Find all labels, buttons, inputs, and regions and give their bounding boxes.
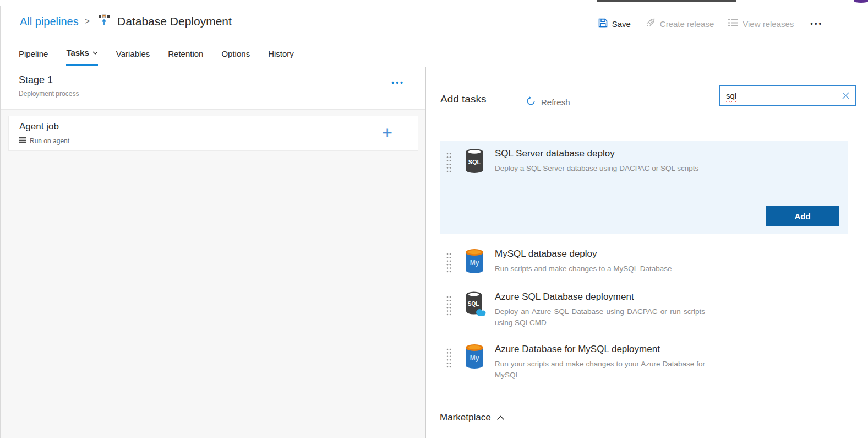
task-description: Run scripts and make changes to a MySQL … <box>495 263 705 274</box>
view-releases-label: View releases <box>743 19 794 29</box>
task-name: Azure Database for MySQL deployment <box>495 344 705 355</box>
task-description: Deploy an Azure SQL Database using DACPA… <box>495 306 705 328</box>
breadcrumb: All pipelines > Database Deployment <box>20 14 232 29</box>
more-actions-button[interactable]: ••• <box>810 20 823 28</box>
stage-panel: Stage 1 Deployment process ••• Agent job <box>1 67 426 438</box>
sql-server-icon: SQL <box>464 148 486 176</box>
tab-history[interactable]: History <box>268 48 294 66</box>
marketplace-divider <box>515 418 830 418</box>
task-row-mysql-database-deploy[interactable]: My MySQL database deploy Run scripts and… <box>440 241 848 283</box>
refresh-icon <box>526 96 536 109</box>
add-tasks-title: Add tasks <box>440 93 486 105</box>
avatar <box>854 0 868 3</box>
task-row-azure-sql-database-deployment[interactable]: SQL Azure SQL Database deployment Deploy… <box>440 284 848 336</box>
refresh-label: Refresh <box>541 98 570 107</box>
svg-text:My: My <box>470 259 479 267</box>
tab-pipeline[interactable]: Pipeline <box>19 48 48 66</box>
task-row-sql-server-database-deploy[interactable]: SQL SQL Server database deploy Deploy a … <box>440 141 848 234</box>
task-row-azure-database-for-mysql-deployment[interactable]: My Azure Database for MySQL deployment R… <box>440 337 848 388</box>
browser-top-strip <box>0 0 868 6</box>
title-divider <box>514 91 514 109</box>
page-title: Database Deployment <box>117 15 232 28</box>
create-release-label: Create release <box>660 19 714 29</box>
release-pipeline-icon <box>98 14 110 29</box>
mysql-icon: My <box>464 248 486 276</box>
chevron-up-icon <box>496 415 505 420</box>
header-toolbar: Save Create release View releases ••• <box>598 18 823 30</box>
pipeline-tabs: Pipeline Tasks Variables Retention Optio… <box>19 48 294 66</box>
save-icon <box>598 18 608 29</box>
task-description: Deploy a SQL Server database using DACPA… <box>495 163 705 174</box>
task-name: MySQL database deploy <box>495 248 705 259</box>
save-button[interactable]: Save <box>598 18 631 29</box>
tab-tasks[interactable]: Tasks <box>66 48 97 66</box>
rocket-icon <box>645 18 656 30</box>
azure-sql-icon: SQL <box>464 291 486 320</box>
tab-retention[interactable]: Retention <box>168 48 203 66</box>
add-task-button[interactable]: Add <box>766 206 839 226</box>
chevron-down-icon <box>92 51 98 55</box>
agent-job-card[interactable]: Agent job Run on agent + <box>8 116 418 151</box>
drag-handle-icon[interactable] <box>440 248 457 273</box>
drag-handle-icon[interactable] <box>440 344 457 369</box>
add-task-to-job-button[interactable]: + <box>382 117 392 148</box>
svg-text:My: My <box>470 354 479 362</box>
drag-handle-icon[interactable] <box>440 291 457 316</box>
clear-search-icon[interactable] <box>842 91 850 100</box>
breadcrumb-all-pipelines-link[interactable]: All pipelines <box>20 15 79 28</box>
view-releases-button: View releases <box>728 19 794 29</box>
add-tasks-panel: Add tasks Refresh sql <box>426 67 868 438</box>
marketplace-section-toggle[interactable]: Marketplace <box>440 412 830 423</box>
task-name: SQL Server database deploy <box>495 148 705 159</box>
deployment-process-canvas: Agent job Run on agent + <box>1 110 425 438</box>
stage-name: Stage 1 <box>19 74 53 86</box>
task-description: Run your scripts and make changes to you… <box>495 359 705 381</box>
svg-text:SQL: SQL <box>468 159 481 165</box>
stage-subtitle: Deployment process <box>19 90 79 98</box>
stage-header[interactable]: Stage 1 Deployment process ••• <box>1 67 425 110</box>
task-search-input[interactable]: sql <box>719 85 856 106</box>
tab-options[interactable]: Options <box>221 48 250 66</box>
agent-queue-icon <box>19 137 26 145</box>
task-search-results: SQL SQL Server database deploy Deploy a … <box>440 141 848 389</box>
search-value: sql <box>726 91 736 100</box>
drag-handle-icon[interactable] <box>440 148 457 173</box>
agent-job-subtitle: Run on agent <box>30 137 69 145</box>
save-label: Save <box>612 19 631 29</box>
browser-tab-edge <box>597 0 736 2</box>
stage-more-button[interactable]: ••• <box>391 78 405 87</box>
text-caret <box>738 90 738 100</box>
azure-mysql-icon: My <box>464 344 486 371</box>
refresh-button[interactable]: Refresh <box>526 96 570 109</box>
create-release-button: Create release <box>645 18 714 30</box>
list-icon <box>728 19 738 29</box>
breadcrumb-separator: > <box>85 17 90 26</box>
marketplace-label: Marketplace <box>440 412 491 423</box>
svg-text:SQL: SQL <box>468 301 479 307</box>
task-name: Azure SQL Database deployment <box>495 291 705 302</box>
release-pipeline-editor: All pipelines > Database Deployment S <box>0 6 868 438</box>
tab-variables[interactable]: Variables <box>116 48 150 66</box>
agent-job-name: Agent job <box>19 121 59 132</box>
